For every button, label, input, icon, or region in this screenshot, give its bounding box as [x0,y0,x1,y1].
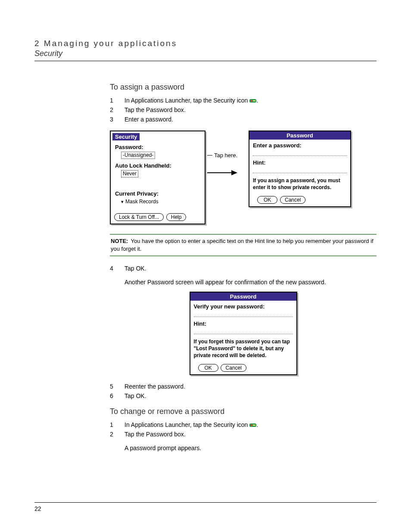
palm-password-dialog: Password Enter a password: Hint: If you … [249,131,351,207]
verify-hint-input[interactable] [194,329,293,334]
step-number: 1 [110,421,125,428]
step-text: Reenter the password. [125,383,377,390]
hint-label: Hint: [251,159,349,166]
svg-rect-7 [253,425,255,426]
chapter-title: 2 Managing your applications [34,39,377,48]
note-box: NOTE:You have the option to enter a spec… [110,234,377,256]
step-text: Enter a password. [125,116,377,123]
page-header: 2 Managing your applications Security [34,39,377,61]
verify-prompt: Verify your new password: [192,303,295,310]
palm-title-password: Password [249,131,350,140]
step-substep: A password prompt appears. [125,445,377,451]
note-label: NOTE: [111,238,128,244]
verify-ok-button[interactable]: OK [198,364,218,372]
step-number: 2 [110,106,125,113]
lock-turnoff-button[interactable]: Lock & Turn Off... [114,213,164,221]
step-number: 3 [110,116,125,123]
step-text: Tap OK. [125,265,377,272]
palm-verify-dialog: Password Verify your new password: Hint:… [190,292,297,375]
cancel-button[interactable]: Cancel [280,196,305,204]
step-substep: Another Password screen will appear for … [125,279,377,286]
verify-hint-label: Hint: [192,320,295,327]
security-icon [249,423,256,428]
ok-button[interactable]: OK [257,196,277,204]
step-number: 1 [110,97,125,104]
step-number: 5 [110,383,125,390]
step-number: 2 [110,431,125,438]
step-text: Tap the Password box. [125,106,377,113]
footer-rule [34,502,377,503]
svg-marker-4 [231,170,237,175]
verify-info-text: If you forget this password you can tap … [194,339,293,359]
help-button[interactable]: Help [166,213,187,221]
steps-list-change: 1 In Applications Launcher, tap the Secu… [110,421,377,438]
password-label: Password: [115,144,200,150]
step-text: In Applications Launcher, tap the Securi… [125,421,377,428]
callout-column: Tap here. [210,131,244,177]
privacy-dropdown[interactable]: Mask Records [121,199,200,205]
password-input-line[interactable] [253,150,347,156]
svg-point-1 [251,100,252,102]
palm-title-password-verify: Password [190,292,296,301]
heading-assign-password: To assign a password [110,83,377,92]
step-text: Tap the Password box. [125,431,377,438]
steps-list-assign-end: 5 Reenter the password. 6 Tap OK. [110,383,377,399]
privacy-label: Current Privacy: [115,190,200,197]
password-box[interactable]: -Unassigned- [121,152,155,159]
note-text: You have the option to enter a specific … [111,238,374,252]
security-icon [249,98,256,103]
palm-title-security: Security [112,133,140,140]
autolock-box[interactable]: Never [121,170,138,177]
autolock-label: Auto Lock Handheld: [115,162,200,169]
page-number: 22 [34,505,41,512]
figure-security-and-password: Security Password: -Unassigned- Auto Loc… [110,131,377,224]
hint-input-line[interactable] [253,168,347,173]
arrow-right-icon [207,170,244,177]
step-number: 4 [110,265,125,272]
chevron-down-icon [121,199,125,205]
password-info-text: If you assign a password, you must enter… [253,177,347,191]
steps-list-assign-cont: 4 Tap OK. [110,265,377,272]
palm-security-screen: Security Password: -Unassigned- Auto Loc… [110,131,206,224]
steps-list-assign: 1 In Applications Launcher, tap the Secu… [110,97,377,123]
svg-point-6 [251,424,252,426]
heading-change-remove-password: To change or remove a password [110,407,377,416]
callout-tap-here: Tap here. [214,152,237,159]
step-number: 6 [110,392,125,399]
section-title: Security [34,49,377,58]
figure-verify-password: Password Verify your new password: Hint:… [110,292,377,375]
step-text: In Applications Launcher, tap the Securi… [125,97,377,104]
verify-password-input[interactable] [194,311,293,317]
svg-rect-2 [253,100,255,101]
enter-password-prompt: Enter a password: [251,142,349,149]
verify-cancel-button[interactable]: Cancel [221,364,246,372]
step-text: Tap OK. [125,392,377,399]
